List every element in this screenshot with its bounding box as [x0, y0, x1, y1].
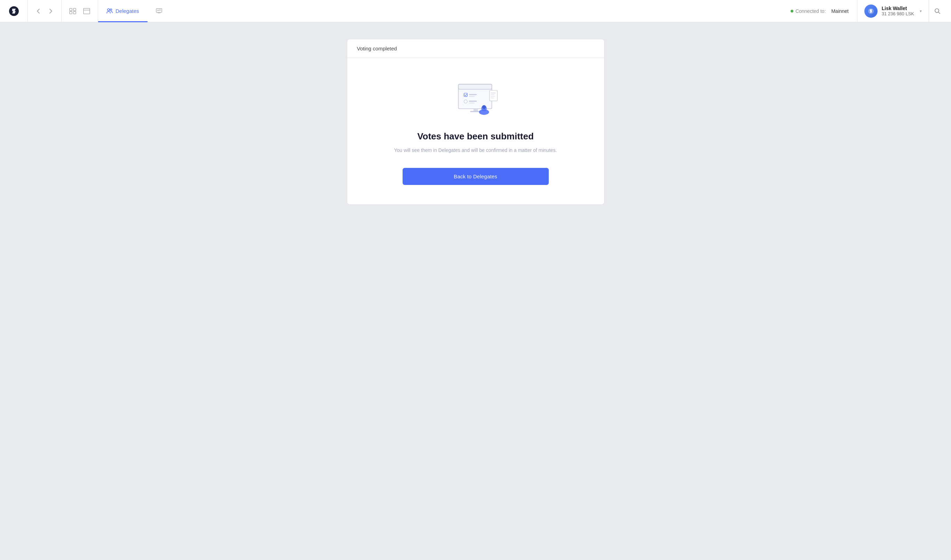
lisk-logo-icon [8, 6, 20, 17]
svg-rect-4 [83, 8, 90, 14]
single-layout-icon[interactable] [81, 6, 92, 17]
svg-rect-24 [491, 98, 494, 98]
tab-delegates-label: Delegates [116, 8, 139, 14]
tab-monitor[interactable] [148, 0, 170, 22]
svg-rect-14 [469, 96, 474, 97]
nav-tabs: Delegates [98, 0, 170, 22]
network-name: Mainnet [831, 8, 849, 14]
svg-rect-22 [491, 94, 494, 95]
voting-card-header: Voting completed [347, 39, 604, 58]
logo-area [0, 0, 28, 22]
connection-prefix: Connected to: [795, 8, 826, 14]
delegates-tab-icon [107, 8, 113, 14]
svg-point-9 [935, 9, 939, 12]
svg-rect-17 [469, 103, 474, 103]
wallet-info: Lisk Wallet 31 236 980 LSK [882, 6, 914, 16]
tab-delegates[interactable]: Delegates [98, 0, 148, 22]
svg-rect-20 [489, 91, 497, 101]
nav-arrows [28, 0, 62, 22]
card-title: Voting completed [357, 46, 397, 51]
wallet-name: Lisk Wallet [882, 6, 914, 11]
page-content: Voting completed [0, 22, 951, 560]
svg-rect-0 [69, 8, 72, 11]
topnav: Delegates Connected to: Mainnet [0, 0, 951, 22]
svg-rect-3 [73, 11, 76, 14]
wallet-balance: 31 236 980 LSK [882, 11, 914, 16]
status-dot [790, 10, 794, 12]
monitor-tab-icon [156, 8, 162, 14]
nav-right: Connected to: Mainnet Lisk Wallet 31 236… [790, 0, 951, 22]
back-arrow[interactable] [33, 6, 43, 16]
forward-arrow[interactable] [46, 6, 56, 16]
main-title: Votes have been submitted [417, 131, 534, 142]
svg-rect-23 [491, 96, 495, 97]
svg-rect-1 [73, 8, 76, 11]
search-button[interactable] [929, 0, 945, 22]
sub-text: You will see them in Delegates and will … [394, 147, 557, 154]
svg-rect-11 [458, 84, 492, 89]
wallet-dropdown-arrow: ▾ [920, 9, 922, 14]
svg-point-27 [482, 105, 486, 109]
wallet-area[interactable]: Lisk Wallet 31 236 980 LSK ▾ [857, 0, 929, 22]
svg-rect-16 [469, 101, 476, 102]
svg-point-7 [110, 9, 112, 11]
back-to-delegates-button[interactable]: Back to Delegates [403, 168, 549, 185]
connection-status: Connected to: Mainnet [790, 8, 857, 14]
layout-icons [62, 0, 98, 22]
votes-submitted-illustration [448, 75, 503, 120]
svg-rect-2 [69, 11, 72, 14]
svg-rect-21 [491, 92, 496, 93]
wallet-avatar [865, 5, 878, 18]
grid-layout-icon[interactable] [67, 6, 78, 17]
svg-rect-13 [469, 94, 476, 95]
voting-card-body: Votes have been submitted You will see t… [347, 58, 604, 205]
voting-card: Voting completed [347, 39, 604, 205]
svg-point-6 [108, 9, 110, 11]
